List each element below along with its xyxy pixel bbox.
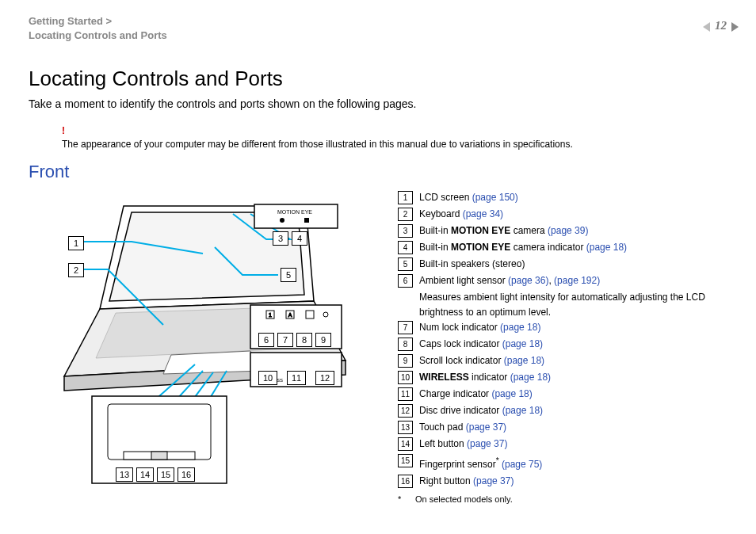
svg-marker-5: [163, 351, 262, 374]
page-ref-link[interactable]: (page 18): [500, 322, 540, 333]
legend-text: Keyboard (page 34): [419, 207, 727, 222]
svg-rect-9: [254, 204, 338, 228]
callout-1: 1: [68, 236, 84, 250]
legend-item-9: 9Scroll lock indicator (page 18): [398, 353, 727, 368]
legend-text: Touch pad (page 37): [419, 420, 727, 435]
legend-number: 10: [398, 371, 413, 384]
page-title: Locating Controls and Ports: [29, 67, 727, 91]
section-heading: Front: [29, 162, 727, 182]
legend-number: 8: [398, 338, 413, 351]
legend-text: Left button (page 37): [419, 437, 727, 452]
page-ref-link[interactable]: (page 18): [510, 372, 551, 383]
page-ref-link[interactable]: (page 39): [548, 225, 588, 236]
legend-number: 2: [398, 208, 413, 221]
page-ref-link[interactable]: (page 75): [502, 459, 542, 470]
legend-item-6: 6Ambient light sensor (page 36), (page 1…: [398, 273, 727, 288]
page-ref-link[interactable]: (page 37): [467, 438, 507, 449]
breadcrumb: Getting Started > Locating Controls and …: [29, 14, 727, 43]
callout-2: 2: [68, 263, 84, 277]
manual-page: 12 Getting Started > Locating Controls a…: [0, 0, 756, 534]
legend-number: 9: [398, 354, 413, 368]
legend-number: 4: [398, 241, 413, 254]
callout-15: 15: [157, 467, 174, 482]
legend-number: 6: [398, 274, 413, 288]
legend-item-5: 5Built-in speakers (stereo): [398, 257, 727, 272]
legend-text: Ambient light sensor (page 36), (page 19…: [419, 273, 727, 288]
callout-5: 5: [281, 268, 296, 282]
legend-number: 12: [398, 404, 413, 418]
callout-12: 12: [315, 371, 334, 385]
legend-text: Disc drive indicator (page 18): [419, 403, 727, 418]
legend-item-16: 16Right button (page 37): [398, 474, 727, 489]
legend-item-8: 8Caps lock indicator (page 18): [398, 337, 727, 352]
legend-text: Caps lock indicator (page 18): [419, 337, 727, 352]
page-ref-link[interactable]: (page 37): [466, 421, 506, 433]
legend-item-12: 12Disc drive indicator (page 18): [398, 403, 727, 418]
callout-9: 9: [315, 333, 331, 347]
page-ref-link[interactable]: (page 18): [491, 388, 532, 399]
svg-rect-24: [304, 218, 309, 223]
page-ref-link[interactable]: (page 192): [554, 275, 600, 286]
legend-item-13: 13Touch pad (page 37): [398, 420, 727, 435]
legend-item-15: 15Fingerprint sensor* (page 75): [398, 453, 727, 472]
legend-number: 1: [398, 191, 413, 204]
page-ref-link[interactable]: (page 150): [472, 192, 518, 203]
legend-item-2: 2Keyboard (page 34): [398, 207, 727, 222]
callout-13: 13: [116, 467, 133, 482]
callout-6: 6: [258, 333, 274, 347]
legend-subtext: Measures ambient light intensity for aut…: [419, 290, 727, 320]
legend-text: LCD screen (page 150): [419, 190, 727, 205]
legend-item-3: 3Built-in MOTION EYE camera (page 39): [398, 223, 727, 238]
svg-text:A: A: [288, 312, 292, 318]
legend-text: Charge indicator (page 18): [419, 387, 727, 402]
caution-note: ! The appearance of your computer may be…: [62, 124, 727, 151]
breadcrumb-line2: Locating Controls and Ports: [29, 29, 727, 43]
callout-7: 7: [277, 333, 293, 347]
page-ref-link[interactable]: (page 34): [463, 208, 503, 219]
callout-8: 8: [296, 333, 312, 347]
legend-text: WIRELESS indicator (page 18): [419, 370, 727, 385]
legend-item-11: 11Charge indicator (page 18): [398, 387, 727, 402]
svg-point-23: [280, 218, 284, 223]
callout-16: 16: [178, 467, 195, 482]
note-text: The appearance of your computer may be d…: [62, 139, 573, 150]
legend-number: 15: [398, 454, 413, 467]
legend-item-4: 4Built-in MOTION EYE camera indicator (p…: [398, 240, 727, 255]
callout-4: 4: [292, 231, 307, 246]
legend-number: 7: [398, 321, 413, 334]
legend-number: 13: [398, 421, 413, 434]
page-ref-link[interactable]: (page 36): [508, 275, 548, 286]
legend-text: Fingerprint sensor* (page 75): [419, 453, 727, 472]
intro-text: Take a moment to identify the controls a…: [29, 97, 727, 110]
prev-page-icon[interactable]: [703, 22, 710, 32]
svg-text:1: 1: [269, 312, 272, 318]
callout-14: 14: [136, 467, 154, 482]
callout-11: 11: [287, 371, 306, 385]
page-ref-link[interactable]: (page 18): [502, 405, 543, 416]
legend-item-10: 10WIRELESS indicator (page 18): [398, 370, 727, 385]
legend-text: Built-in MOTION EYE camera indicator (pa…: [419, 240, 727, 255]
legend-number: 16: [398, 475, 413, 488]
page-ref-link[interactable]: (page 37): [473, 475, 514, 486]
legend-number: 11: [398, 387, 413, 401]
next-page-icon[interactable]: [731, 22, 739, 32]
page-ref-link[interactable]: (page 18): [504, 355, 544, 366]
legend-list: 1LCD screen (page 150)2Keyboard (page 34…: [369, 190, 727, 507]
legend-item-14: 14Left button (page 37): [398, 437, 727, 452]
legend-number: 14: [398, 437, 413, 451]
page-ref-link[interactable]: (page 18): [586, 242, 627, 253]
legend-number: 3: [398, 224, 413, 238]
page-number: 12: [715, 19, 727, 32]
page-ref-link[interactable]: (page 18): [502, 338, 543, 349]
warning-icon: !: [62, 124, 727, 137]
front-diagram: 1 A WIRELESS MOTION EYE: [29, 190, 369, 491]
callout-10: 10: [258, 371, 277, 385]
legend-number: 5: [398, 257, 413, 271]
legend-text: Num lock indicator (page 18): [419, 320, 727, 335]
legend-text: Built-in MOTION EYE camera (page 39): [419, 223, 727, 238]
svg-text:MOTION EYE: MOTION EYE: [277, 209, 312, 215]
legend-text: Built-in speakers (stereo): [419, 257, 727, 272]
page-number-nav: 12: [703, 19, 739, 32]
legend-item-7: 7Num lock indicator (page 18): [398, 320, 727, 335]
legend-item-1: 1LCD screen (page 150): [398, 190, 727, 205]
